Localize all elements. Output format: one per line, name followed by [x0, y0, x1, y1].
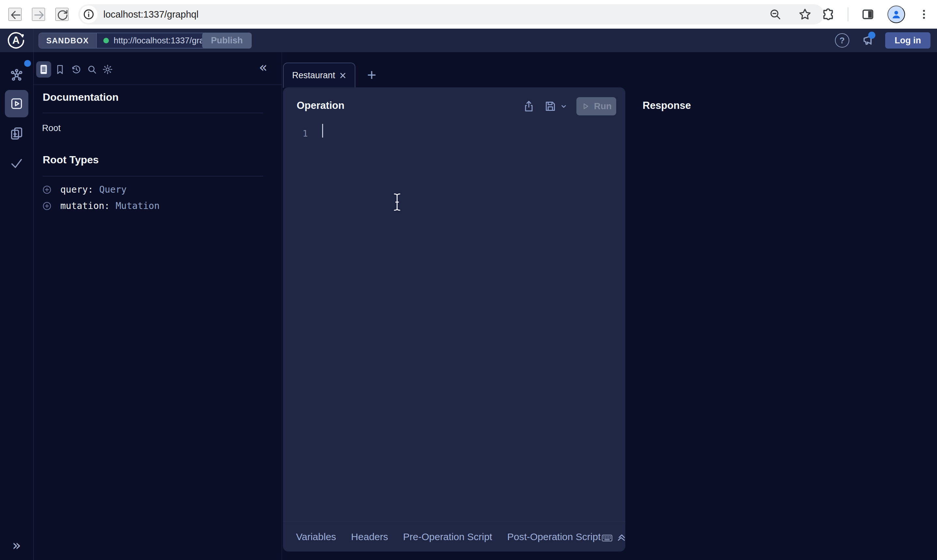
expand-rail-button[interactable]: »: [0, 537, 33, 554]
graph-network-icon: [9, 68, 24, 83]
close-tab-button[interactable]: ×: [339, 70, 346, 82]
bookmark-icon: [54, 64, 66, 75]
bookmark-page-button[interactable]: [798, 7, 812, 22]
circle-plus-icon: [42, 201, 52, 211]
publish-button[interactable]: Publish: [202, 32, 252, 49]
history-clock-icon: [71, 64, 82, 75]
kebab-menu-icon: [917, 8, 931, 21]
docs-tab-search[interactable]: [85, 61, 100, 78]
line-number: 1: [303, 128, 308, 138]
share-operation-button[interactable]: [522, 100, 535, 113]
footer-tab-post-operation-script[interactable]: Post-Operation Script: [507, 531, 601, 542]
side-panel-icon: [861, 7, 875, 22]
floppy-save-icon: [544, 100, 557, 113]
apollo-logo[interactable]: A: [6, 31, 26, 50]
login-button[interactable]: Log in: [885, 32, 931, 49]
operation-footer: Variables Headers Pre-Operation Script P…: [283, 522, 625, 552]
question-mark: ?: [840, 35, 845, 46]
endpoint-url-text[interactable]: http://localhost:1337/gra…: [114, 35, 213, 46]
collapse-docs-button[interactable]: «: [259, 59, 267, 75]
root-types-title: Root Types: [43, 154, 99, 166]
footer-tab-pre-operation-script[interactable]: Pre-Operation Script: [403, 531, 492, 542]
documentation-panel: « Documentation Root Root Types query: Q…: [34, 52, 282, 560]
add-tab-button[interactable]: +: [363, 64, 381, 85]
reload-icon: [56, 8, 69, 22]
save-options-button[interactable]: [560, 102, 568, 111]
side-panel-button[interactable]: [861, 7, 875, 22]
help-button[interactable]: ?: [835, 33, 849, 48]
search-icon: [86, 64, 97, 75]
announcements-button[interactable]: [860, 33, 875, 48]
response-title: Response: [643, 100, 691, 111]
mutation-keyword: mutation:: [60, 200, 110, 211]
docs-title: Documentation: [43, 91, 118, 103]
sandbox-badge: SANDBOX: [39, 33, 97, 48]
gear-icon: [102, 64, 113, 75]
graph-notification-dot: [24, 60, 31, 67]
editor-caret: [322, 124, 323, 138]
docs-tab-saved[interactable]: [52, 61, 68, 78]
docs-tab-settings[interactable]: [100, 61, 115, 78]
toolbar-divider: [848, 7, 848, 22]
chevron-down-icon: [560, 102, 568, 111]
browser-reload-button[interactable]: [55, 8, 68, 21]
mutation-type-link[interactable]: Mutation: [116, 200, 160, 211]
query-type-link[interactable]: Query: [99, 184, 126, 195]
header-right-controls: ? Log in: [835, 29, 931, 52]
left-rail: »: [0, 52, 33, 560]
operation-actions: Run: [522, 97, 616, 115]
url-text[interactable]: localhost:1337/graphql: [103, 9, 768, 20]
operation-title: Operation: [297, 100, 344, 111]
browser-forward-button[interactable]: [32, 8, 45, 21]
save-operation-button[interactable]: [544, 100, 557, 113]
run-button[interactable]: Run: [576, 97, 616, 115]
expand-mutation-button[interactable]: [42, 201, 52, 211]
arrow-left-icon: [9, 8, 22, 22]
expand-query-button[interactable]: [42, 185, 52, 195]
save-operation-group: [544, 100, 568, 113]
rail-item-graph[interactable]: [0, 68, 33, 83]
operation-tab-restaurant[interactable]: Restaurant ×: [283, 63, 355, 88]
browser-back-button[interactable]: [8, 8, 22, 21]
omnibox-actions: [768, 7, 812, 22]
run-label: Run: [594, 101, 612, 111]
footer-tab-variables[interactable]: Variables: [296, 531, 336, 542]
docs-toolbar: «: [34, 52, 282, 85]
browser-profile-button[interactable]: [888, 6, 905, 23]
browser-address-bar[interactable]: localhost:1337/graphql: [78, 4, 824, 25]
rail-item-explorer[interactable]: [5, 90, 28, 117]
docs-operation-divider: [282, 52, 282, 560]
browser-menu-button[interactable]: [917, 8, 931, 21]
explorer-play-icon: [9, 97, 24, 111]
extensions-button[interactable]: [821, 7, 835, 22]
rail-item-checks[interactable]: [0, 156, 33, 171]
share-icon: [522, 100, 535, 113]
puzzle-icon: [821, 7, 835, 22]
user-avatar-icon: [890, 8, 903, 21]
star-icon: [798, 7, 812, 22]
arrow-right-icon: [32, 8, 46, 22]
response-panel: Response: [625, 87, 937, 560]
docs-tab-documentation[interactable]: [36, 61, 51, 78]
site-info-chip[interactable]: [80, 6, 97, 23]
rail-item-changelog[interactable]: [0, 126, 33, 141]
apollo-header: A SANDBOX http://localhost:1337/gra… Pub…: [0, 29, 937, 52]
browser-toolbar: localhost:1337/graphql: [0, 0, 937, 29]
sandbox-label: SANDBOX: [46, 36, 89, 45]
footer-tab-headers[interactable]: Headers: [351, 531, 388, 542]
docs-tab-history[interactable]: [69, 61, 84, 78]
connection-status-dot: [103, 38, 109, 43]
apollo-logo-letter: A: [6, 31, 26, 50]
docs-title-divider: [43, 113, 263, 113]
apollo-sandbox-screen: localhost:1337/graphql: [0, 0, 937, 560]
checkmark-icon: [9, 156, 24, 171]
operation-editor[interactable]: 1: [283, 120, 625, 512]
root-type-row-mutation: mutation: Mutation: [42, 200, 160, 211]
tab-label: Restaurant: [292, 71, 335, 80]
zoom-level-button[interactable]: [768, 8, 782, 21]
info-icon: [83, 8, 95, 20]
query-keyword: query:: [60, 184, 93, 195]
magnifier-minus-icon: [768, 8, 782, 21]
docs-root-link[interactable]: Root: [42, 123, 61, 133]
document-list-icon: [38, 64, 49, 75]
